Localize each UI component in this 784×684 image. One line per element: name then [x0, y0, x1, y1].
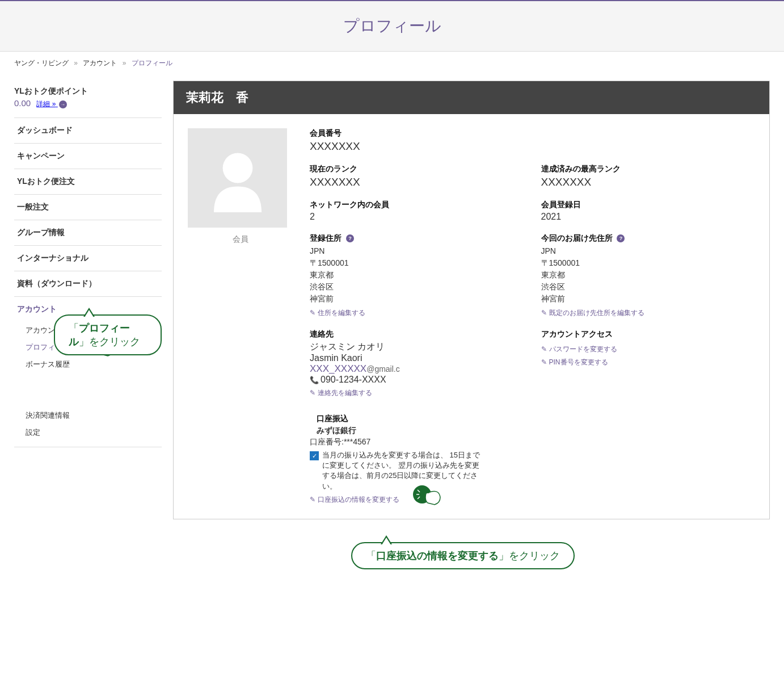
label-access: アカウントアクセス	[541, 329, 756, 339]
page-title: プロフィール	[0, 15, 784, 37]
breadcrumb: ヤング・リビング » アカウント » プロフィール	[0, 52, 784, 75]
avatar-placeholder	[188, 128, 287, 228]
label-current-rank: 現在のランク	[310, 164, 524, 174]
value-address: JPN 〒1500001 東京都 渋谷区 神宮前	[310, 245, 524, 305]
nav-group[interactable]: グループ情報	[14, 220, 162, 245]
page-header: プロフィール	[0, 1, 784, 52]
bank-account: 口座番号:***4567	[310, 436, 524, 448]
contact-name-en: Jasmin Kaori	[310, 353, 524, 363]
label-shipping: 今回のお届け先住所 ?	[541, 233, 756, 244]
subnav-payment[interactable]: 決済関連情報	[23, 407, 162, 424]
avatar-icon	[204, 144, 272, 212]
subnav-settings[interactable]: 設定	[23, 424, 162, 441]
breadcrumb-current: プロフィール	[132, 59, 172, 67]
label-bank-method: 口座振込	[310, 414, 524, 424]
label-contact: 連絡先	[310, 329, 524, 339]
value-highest-rank: XXXXXXX	[541, 176, 756, 188]
nav-dashboard[interactable]: ダッシュボード	[14, 118, 162, 143]
value-shipping: JPN 〒1500001 東京都 渋谷区 神宮前	[541, 245, 756, 305]
points-label: YLおトク便ポイント	[14, 86, 162, 96]
svg-point-4	[222, 153, 252, 183]
breadcrumb-link[interactable]: ヤング・リビング	[14, 59, 69, 67]
edit-contact-link[interactable]: 連絡先を編集する	[310, 388, 372, 398]
checkbox-checked-icon[interactable]: ✓	[310, 451, 319, 460]
bank-note: 当月の振り込み先を変更する場合は、 15日までに変更してください。 翌月の振り込…	[322, 450, 481, 492]
edit-shipping-link[interactable]: 既定のお届け先住所を編集する	[541, 308, 644, 318]
value-member-id: XXXXXXX	[310, 140, 755, 153]
edit-bank-link[interactable]: 口座振込の情報を変更する	[310, 495, 399, 505]
avatar-label: 会員	[188, 234, 293, 245]
main-content: 茉莉花 香 会員 会員番号 XXXXXXX 現在のランク XX	[173, 81, 770, 519]
value-current-rank: XXXXXXX	[310, 176, 524, 188]
points-box: YLおトク便ポイント 0.00 詳細 » →	[14, 81, 162, 118]
sidebar: YLおトク便ポイント 0.00 詳細 » → ダッシュボード キャンペーン YL…	[14, 81, 162, 447]
change-pin-link[interactable]: PIN番号を変更する	[541, 358, 608, 367]
label-network-members: ネットワーク内の会員	[310, 200, 524, 210]
callout-bank: 「口座振込の情報を変更する」をクリック	[351, 542, 575, 569]
sidebar-nav: ダッシュボード キャンペーン YLおトク便注文 一般注文 グループ情報 インター…	[14, 118, 162, 447]
value-reg-date: 2021	[541, 212, 756, 222]
nav-order[interactable]: 一般注文	[14, 195, 162, 220]
nav-autoship[interactable]: YLおトク便注文	[14, 169, 162, 194]
phone-icon	[310, 375, 321, 384]
contact-email[interactable]: XXX_XXXXX	[310, 363, 366, 374]
contact-name-jp: ジャスミン カオリ	[310, 341, 524, 353]
change-password-link[interactable]: パスワードを変更する	[541, 345, 617, 354]
bank-name: みずほ銀行	[310, 426, 524, 436]
points-detail-link[interactable]: 詳細 » →	[36, 100, 66, 108]
nav-international[interactable]: インターナショナル	[14, 246, 162, 271]
nav-campaign[interactable]: キャンペーン	[14, 144, 162, 169]
label-address: 登録住所 ?	[310, 233, 524, 244]
help-icon[interactable]: ?	[617, 234, 625, 242]
label-member-id: 会員番号	[310, 128, 755, 139]
help-icon[interactable]: ?	[346, 234, 354, 242]
pointer-hand-icon	[412, 483, 446, 511]
edit-address-link[interactable]: 住所を編集する	[310, 308, 365, 318]
value-network-members: 2	[310, 212, 524, 222]
callout-profile: 「プロフィール」をクリック	[54, 314, 162, 355]
profile-name-header: 茉莉花 香	[174, 81, 769, 114]
nav-downloads[interactable]: 資料（ダウンロード）	[14, 271, 162, 296]
arrow-right-icon: →	[59, 100, 67, 108]
label-highest-rank: 達成済みの最高ランク	[541, 164, 756, 174]
contact-phone: 090-1234-XXXX	[310, 375, 524, 385]
label-reg-date: 会員登録日	[541, 200, 756, 210]
breadcrumb-link[interactable]: アカウント	[83, 59, 117, 67]
points-value: 0.00 詳細 » →	[14, 98, 162, 109]
